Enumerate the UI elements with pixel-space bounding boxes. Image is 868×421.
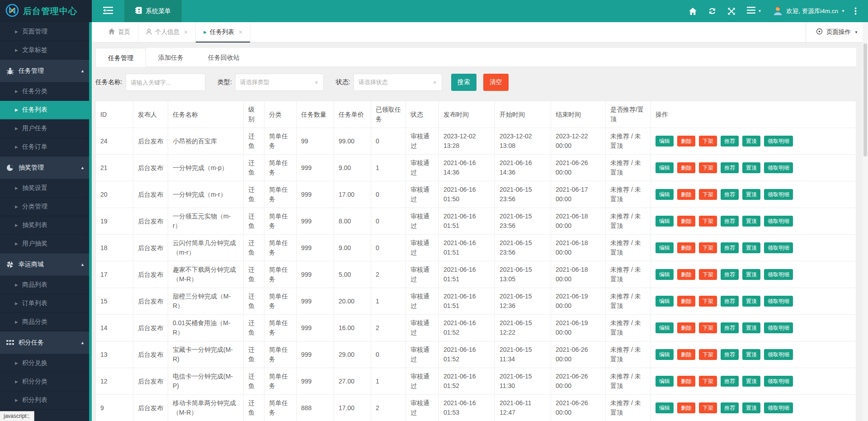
sidebar-section[interactable]: 抽奖管理▲ (0, 156, 92, 179)
recommend-button[interactable]: 推荐 (721, 402, 739, 413)
edit-button[interactable]: 编辑 (656, 136, 674, 147)
pin-button[interactable]: 置顶 (742, 269, 760, 280)
pin-button[interactable]: 置顶 (742, 189, 760, 200)
delete-button[interactable]: 删除 (677, 269, 695, 280)
edit-button[interactable]: 编辑 (656, 296, 674, 307)
delete-button[interactable]: 删除 (677, 322, 695, 333)
breadcrumb-tab[interactable]: 个人信息× (138, 22, 196, 42)
recommend-button[interactable]: 推荐 (721, 136, 739, 147)
edit-button[interactable]: 编辑 (656, 269, 674, 280)
claim-details-button[interactable]: 领取明细 (764, 376, 793, 387)
recommend-button[interactable]: 推荐 (721, 162, 739, 173)
close-icon[interactable]: × (239, 28, 242, 36)
sidebar-item[interactable]: ▶积分分类 (0, 373, 92, 391)
recommend-button[interactable]: 推荐 (721, 189, 739, 200)
sidebar-item[interactable]: ▶积分列表 (0, 391, 92, 410)
search-button[interactable]: 搜索 (451, 74, 476, 91)
claim-details-button[interactable]: 领取明细 (764, 322, 793, 333)
collapse-sidebar-button[interactable] (92, 0, 124, 22)
more-dots-icon[interactable] (849, 0, 863, 22)
fullscreen-icon[interactable] (722, 0, 741, 22)
unlist-button[interactable]: 下架 (699, 216, 717, 227)
delete-button[interactable]: 删除 (677, 136, 695, 147)
pin-button[interactable]: 置顶 (742, 402, 760, 413)
sidebar-item[interactable]: ▶页面管理 (0, 23, 92, 41)
delete-button[interactable]: 删除 (677, 162, 695, 173)
sidebar-item[interactable]: ▶抽奖设置 (0, 179, 92, 198)
sidebar-item[interactable]: ▶文章标签 (0, 41, 92, 60)
claim-details-button[interactable]: 领取明细 (764, 269, 793, 280)
sidebar-item[interactable]: ▶任务列表 (0, 101, 92, 119)
recommend-button[interactable]: 推荐 (721, 216, 739, 227)
pin-button[interactable]: 置顶 (742, 349, 760, 360)
subtab[interactable]: 任务管理 (95, 48, 146, 67)
edit-button[interactable]: 编辑 (656, 242, 674, 253)
subtab[interactable]: 添加任务 (146, 48, 196, 66)
recommend-button[interactable]: 推荐 (721, 349, 739, 360)
pin-button[interactable]: 置顶 (742, 162, 760, 173)
recommend-button[interactable]: 推荐 (721, 242, 739, 253)
recommend-button[interactable]: 推荐 (721, 296, 739, 307)
pin-button[interactable]: 置顶 (742, 376, 760, 387)
sidebar-section[interactable]: 积分任务▲ (0, 331, 92, 354)
unlist-button[interactable]: 下架 (699, 296, 717, 307)
home-icon-white[interactable] (683, 0, 703, 22)
sidebar-scrollbar[interactable] (89, 22, 92, 421)
sidebar-item[interactable]: ▶任务分类 (0, 82, 92, 101)
recommend-button[interactable]: 推荐 (721, 322, 739, 333)
sidebar-item[interactable]: ▶商品分类 (0, 313, 92, 331)
type-select[interactable]: 请选择类型 ▼ (235, 74, 324, 91)
delete-button[interactable]: 删除 (677, 242, 695, 253)
claim-details-button[interactable]: 领取明细 (764, 242, 793, 253)
unlist-button[interactable]: 下架 (699, 376, 717, 387)
recommend-button[interactable]: 推荐 (721, 269, 739, 280)
sidebar-section[interactable]: 任务管理▲ (0, 60, 92, 82)
page-scrollbar-thumb[interactable] (863, 43, 867, 156)
pin-button[interactable]: 置顶 (742, 136, 760, 147)
sidebar-item[interactable]: ▶用户任务 (0, 119, 92, 138)
delete-button[interactable]: 删除 (677, 189, 695, 200)
unlist-button[interactable]: 下架 (699, 402, 717, 413)
user-menu[interactable]: 欢迎, 资源库i4m.cn ▼ (773, 5, 845, 17)
claim-details-button[interactable]: 领取明细 (764, 162, 793, 173)
task-name-input[interactable] (126, 74, 205, 91)
edit-button[interactable]: 编辑 (656, 402, 674, 413)
sidebar-item[interactable]: ▶分类管理 (0, 198, 92, 216)
breadcrumb-tab[interactable]: 首页 (101, 22, 138, 42)
unlist-button[interactable]: 下架 (699, 322, 717, 333)
edit-button[interactable]: 编辑 (656, 216, 674, 227)
delete-button[interactable]: 删除 (677, 296, 695, 307)
edit-button[interactable]: 编辑 (656, 162, 674, 173)
recommend-button[interactable]: 推荐 (721, 376, 739, 387)
unlist-button[interactable]: 下架 (699, 136, 717, 147)
refresh-icon[interactable] (703, 0, 722, 22)
pin-button[interactable]: 置顶 (742, 296, 760, 307)
subtab[interactable]: 任务回收站 (196, 48, 252, 66)
sidebar-item[interactable]: ▶用户抽奖 (0, 235, 92, 253)
pin-button[interactable]: 置顶 (742, 322, 760, 333)
delete-button[interactable]: 删除 (677, 216, 695, 227)
sidebar-section[interactable]: 幸运商城▲ (0, 253, 92, 276)
delete-button[interactable]: 删除 (677, 402, 695, 413)
system-menu-tab[interactable]: 系统菜单 (124, 0, 182, 22)
claim-details-button[interactable]: 领取明细 (764, 189, 793, 200)
claim-details-button[interactable]: 领取明细 (764, 136, 793, 147)
delete-button[interactable]: 删除 (677, 349, 695, 360)
claim-details-button[interactable]: 领取明细 (764, 216, 793, 227)
unlist-button[interactable]: 下架 (699, 242, 717, 253)
unlist-button[interactable]: 下架 (699, 269, 717, 280)
sidebar-item[interactable]: ▶商品列表 (0, 276, 92, 294)
page-ops-button[interactable]: 页面操作 ▼ (806, 22, 868, 42)
edit-button[interactable]: 编辑 (656, 189, 674, 200)
sidebar-item[interactable]: ▶订单列表 (0, 294, 92, 313)
page-scrollbar[interactable] (863, 22, 868, 421)
pin-button[interactable]: 置顶 (742, 216, 760, 227)
delete-button[interactable]: 删除 (677, 376, 695, 387)
sidebar-item[interactable]: ▶抽奖列表 (0, 216, 92, 235)
claim-details-button[interactable]: 领取明细 (764, 296, 793, 307)
status-select[interactable]: 请选择状态 ▼ (354, 74, 442, 91)
unlist-button[interactable]: 下架 (699, 349, 717, 360)
unlist-button[interactable]: 下架 (699, 162, 717, 173)
nav-menu-dropdown[interactable]: ▼ (741, 0, 767, 22)
sidebar-item[interactable]: ▶积分兑换 (0, 354, 92, 373)
